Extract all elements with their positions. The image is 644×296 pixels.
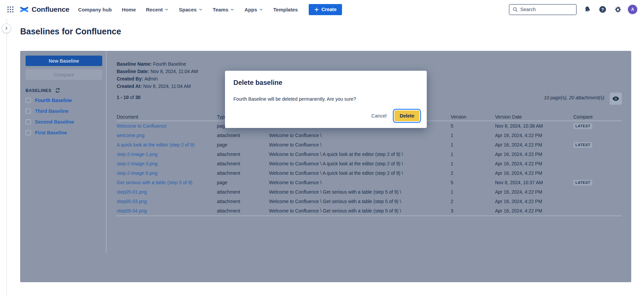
detail-value: Admin [144, 76, 158, 81]
document-version: 1 [451, 161, 495, 166]
nav-item-templates[interactable]: Templates [273, 7, 298, 12]
nav-item-apps[interactable]: Apps [244, 7, 263, 12]
table-row: step-2-image-1.pngattachmentWelcome to C… [117, 150, 622, 159]
nav-item-label: Home [122, 7, 136, 12]
document-link[interactable]: Get serious with a table (step 5 of 9) [117, 180, 192, 185]
baseline-link[interactable]: Second Baseline [35, 119, 74, 125]
document-location: Welcome to Confluence \ [269, 180, 451, 185]
baseline-link[interactable]: First Baseline [35, 130, 67, 135]
delete-button[interactable]: Delete [394, 110, 419, 121]
compare-cell: LATEST [573, 179, 622, 186]
document-version: 5 [451, 180, 495, 185]
compare-cell: LATEST [573, 123, 622, 129]
search-input[interactable] [520, 7, 567, 12]
document-version: 1 [451, 133, 495, 138]
detail-value: Fourth Baseline [153, 61, 186, 67]
documents-table: DocumentTypeVersionVersion DateCompare W… [117, 113, 622, 216]
detail-label: Created At: [117, 84, 143, 89]
baseline-checkbox[interactable] [26, 130, 31, 135]
table-row: step05-03.pngattachmentWelcome to Conflu… [117, 197, 622, 206]
nav-item-home[interactable]: Home [122, 7, 136, 12]
settings-button[interactable] [613, 5, 622, 14]
document-version: 1 [451, 142, 495, 147]
baseline-details: Baseline Name: Fourth BaselineBaseline D… [117, 60, 198, 90]
document-link[interactable]: step05-01.png [117, 189, 147, 195]
document-type: attachment [217, 152, 269, 157]
version-date: Apr 16, 2024, 4:22 PM [495, 170, 573, 176]
nav-item-spaces[interactable]: Spaces [179, 7, 203, 12]
confluence-app: Confluence Company hubHomeRecentSpacesTe… [0, 0, 644, 296]
search-box [509, 4, 577, 15]
notifications-button[interactable] [583, 5, 592, 14]
confluence-logo-icon [20, 5, 29, 14]
document-location: Welcome to Confluence \ A quick look at … [269, 152, 451, 157]
create-button[interactable]: Create [309, 4, 342, 15]
detail-line-baseline-date: Baseline Date: Nov 8, 2024, 11:04 AM [117, 68, 198, 75]
help-button[interactable]: ? [598, 5, 607, 14]
document-link[interactable]: step-2-image-1.png [117, 152, 157, 157]
document-link[interactable]: welcome.png [117, 133, 145, 138]
document-link[interactable]: A quick look at the editor (step 2 of 9) [117, 142, 194, 147]
baseline-checkbox[interactable] [26, 108, 31, 114]
document-type: attachment [217, 189, 269, 195]
compare-cell: LATEST [573, 142, 622, 148]
baseline-item-third-baseline[interactable]: Third Baseline [26, 106, 103, 117]
cancel-button[interactable]: Cancel [369, 111, 389, 121]
document-link[interactable]: step05-04.png [117, 208, 147, 213]
refresh-icon[interactable] [55, 88, 61, 93]
baseline-list: Fourth BaselineThird BaselineSecond Base… [26, 95, 103, 138]
visibility-toggle-button[interactable] [610, 93, 622, 105]
svg-text:?: ? [601, 7, 604, 12]
baseline-item-first-baseline[interactable]: First Baseline [26, 127, 103, 138]
table-row: step-2-image-3.pngattachmentWelcome to C… [117, 159, 622, 168]
version-date: Apr 16, 2024, 4:22 PM [495, 208, 573, 213]
gear-icon [614, 6, 622, 13]
top-navbar: Confluence Company hubHomeRecentSpacesTe… [0, 0, 644, 19]
nav-item-company-hub[interactable]: Company hub [78, 7, 112, 12]
baseline-link[interactable]: Third Baseline [35, 108, 69, 114]
baseline-checkbox[interactable] [26, 119, 31, 125]
document-version: 3 [451, 208, 495, 213]
eye-icon [612, 95, 619, 102]
new-baseline-button[interactable]: New Baseline [26, 56, 102, 66]
version-date: Apr 16, 2024, 4:22 PM [495, 189, 573, 195]
column-header-compare: Compare [573, 114, 622, 120]
grid-icon [7, 6, 14, 13]
document-type: attachment [217, 161, 269, 166]
document-link[interactable]: step05-03.png [117, 199, 147, 204]
avatar-initial: A [631, 7, 634, 12]
delete-baseline-modal: Delete baseline Fourth Baseline will be … [225, 71, 427, 128]
baseline-link[interactable]: Fourth Baseline [35, 98, 72, 103]
page-attachment-summary: 10 page(s), 20 attachment(s) [544, 95, 604, 100]
document-version: 2 [451, 199, 495, 204]
chevron-down-icon [230, 7, 234, 12]
confluence-logo[interactable]: Confluence [20, 5, 69, 14]
table-row: step05-04.pngattachmentWelcome to Conflu… [117, 206, 622, 216]
sidebar-expand-button[interactable] [2, 24, 11, 33]
column-header-version-date: Version Date [495, 114, 573, 120]
baseline-checkbox[interactable] [26, 98, 31, 103]
document-location: Welcome to Confluence \ Get serious with… [269, 189, 451, 195]
table-row: step-2-image-5.pngattachmentWelcome to C… [117, 168, 622, 178]
version-date: Apr 16, 2024, 4:22 PM [495, 152, 573, 157]
compare-button[interactable]: Compare [26, 69, 102, 80]
nav-item-teams[interactable]: Teams [213, 7, 234, 12]
user-avatar[interactable]: A [628, 5, 637, 14]
modal-title: Delete baseline [233, 79, 282, 87]
document-link[interactable]: step-2-image-5.png [117, 170, 157, 176]
document-version: 1 [451, 152, 495, 157]
baseline-item-fourth-baseline[interactable]: Fourth Baseline [26, 95, 103, 106]
modal-footer: Cancel Delete [369, 110, 419, 121]
app-switcher-icon[interactable] [7, 6, 14, 13]
document-link[interactable]: Welcome to Confluence [117, 123, 166, 129]
baseline-item-second-baseline[interactable]: Second Baseline [26, 117, 103, 127]
nav-item-recent[interactable]: Recent [146, 7, 169, 12]
document-link[interactable]: step-2-image-3.png [117, 161, 157, 166]
detail-line-created-by: Created By: Admin [117, 75, 198, 83]
version-date: Apr 16, 2024, 4:22 PM [495, 133, 573, 138]
document-type: attachment [217, 208, 269, 213]
detail-label: Baseline Name: [117, 61, 153, 67]
document-type: attachment [217, 133, 269, 138]
document-location: Welcome to Confluence \ A quick look at … [269, 170, 451, 176]
nav-item-label: Recent [146, 7, 163, 12]
